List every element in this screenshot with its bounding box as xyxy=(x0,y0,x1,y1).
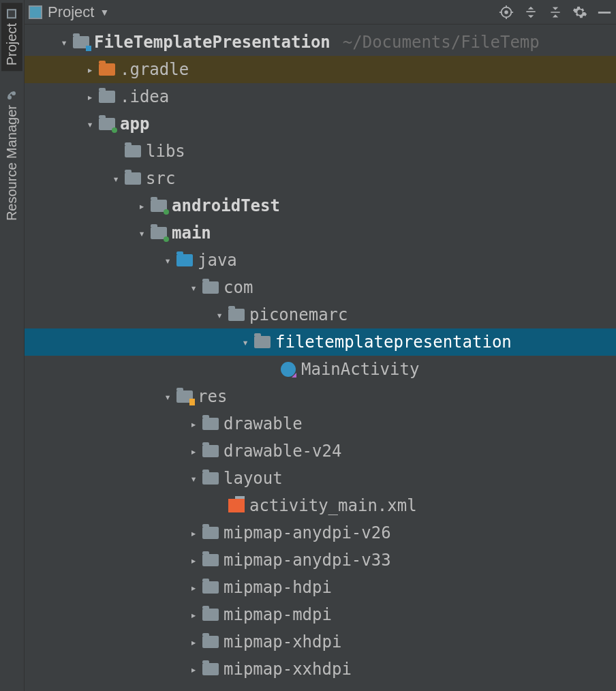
tree-item[interactable]: ▸mipmap-xxhdpi xyxy=(25,656,616,683)
tree-item-label: MainActivity xyxy=(301,360,419,379)
tree-item-label: res xyxy=(198,387,227,406)
chevron-right-icon[interactable]: ▸ xyxy=(185,527,202,540)
chevron-right-icon[interactable]: ▸ xyxy=(185,609,202,621)
tree-item[interactable]: ▾app xyxy=(25,110,616,138)
chevron-down-icon[interactable]: ▾ xyxy=(237,336,253,349)
tree-item[interactable]: ▸drawable xyxy=(25,410,616,437)
chevron-right-icon[interactable]: ▸ xyxy=(82,91,98,104)
chevron-down-icon[interactable]: ▾ xyxy=(185,472,202,485)
svg-point-6 xyxy=(505,11,508,14)
chevron-down-icon[interactable]: ▾ xyxy=(56,36,72,49)
tree-item[interactable]: ▸activity_main.xml xyxy=(25,492,616,519)
tree-item-label: mipmap-xxhdpi xyxy=(224,660,352,679)
tree-root-label: FileTemplatePresentation xyxy=(94,33,330,52)
tree-item[interactable]: ▾java xyxy=(25,247,616,274)
tree-root[interactable]: ▾ FileTemplatePresentation ~/Documents/F… xyxy=(25,29,616,56)
tree-item-label: main xyxy=(172,224,211,243)
tree-item-label: mipmap-anydpi-v33 xyxy=(224,551,391,570)
chevron-right-icon[interactable]: ▸ xyxy=(185,636,202,649)
folder-green-icon xyxy=(150,226,168,241)
folder-icon xyxy=(124,144,142,159)
chevron-down-icon[interactable]: ▾ xyxy=(185,281,202,294)
chevron-right-icon[interactable]: ▸ xyxy=(185,554,202,567)
project-view-icon xyxy=(29,5,42,19)
project-icon xyxy=(7,8,18,19)
tree-item-label: filetemplatepresentation xyxy=(275,333,512,352)
tree-item[interactable]: ▾res xyxy=(25,383,616,410)
chevron-right-icon[interactable]: ▸ xyxy=(185,418,202,431)
tree-item-label: com xyxy=(224,278,253,297)
tree-item-label: drawable xyxy=(224,414,303,433)
tree-item[interactable]: ▾src xyxy=(25,165,616,192)
chevron-right-icon[interactable]: ▸ xyxy=(185,581,202,594)
folder-icon xyxy=(124,171,142,186)
expand-all-icon[interactable] xyxy=(523,5,538,20)
pkg-icon xyxy=(228,307,245,322)
sidebar-tab-label: Resource Manager xyxy=(4,105,20,221)
tree-item-label: .idea xyxy=(120,87,169,106)
chevron-down-icon[interactable]: ▾ xyxy=(108,172,124,185)
project-tool-window: Project ▼ ▾ FileTemplatePresentation ~/D… xyxy=(25,0,616,691)
tree-item[interactable]: ▾filetemplatepresentation xyxy=(25,328,616,356)
folder-green-icon xyxy=(150,198,168,213)
chevron-down-icon[interactable]: ▾ xyxy=(211,309,228,322)
tree-item-label: mipmap-xhdpi xyxy=(224,632,341,651)
tree-item-label: src xyxy=(146,169,175,188)
tree-item[interactable]: ▸.gradle xyxy=(25,56,616,83)
dropdown-icon[interactable]: ▼ xyxy=(99,7,109,18)
tree-item[interactable]: ▸libs xyxy=(25,138,616,165)
folder-blue-icon xyxy=(176,253,194,268)
sidebar-tab-project[interactable]: Project xyxy=(1,3,22,71)
tree-item[interactable]: ▾piconemarc xyxy=(25,301,616,328)
tree-item[interactable]: ▸mipmap-xhdpi xyxy=(25,628,616,656)
chevron-right-icon[interactable]: ▸ xyxy=(185,663,202,676)
svg-rect-11 xyxy=(598,12,611,14)
tree-item[interactable]: ▸MainActivity xyxy=(25,356,616,383)
collapse-all-icon[interactable] xyxy=(548,5,563,20)
tree-item[interactable]: ▾com xyxy=(25,274,616,301)
tree-item[interactable]: ▸androidTest xyxy=(25,192,616,219)
chevron-right-icon[interactable]: ▸ xyxy=(134,200,150,213)
gear-icon[interactable] xyxy=(572,5,587,20)
xml-icon xyxy=(228,498,245,513)
locate-icon[interactable] xyxy=(499,5,514,20)
module-folder-icon xyxy=(72,35,90,50)
folder-icon xyxy=(202,607,219,622)
chevron-down-icon[interactable]: ▾ xyxy=(159,254,176,267)
chevron-down-icon[interactable]: ▾ xyxy=(82,118,98,131)
project-tree: ▾ FileTemplatePresentation ~/Documents/F… xyxy=(25,25,616,691)
tree-item[interactable]: ▾layout xyxy=(25,465,616,492)
tree-item[interactable]: ▸drawable-v24 xyxy=(25,437,616,465)
kotlin-icon xyxy=(279,362,297,377)
folder-green-icon xyxy=(98,117,116,132)
sidebar-tab-resource-manager[interactable]: Resource Manager xyxy=(1,85,22,226)
pkg-icon xyxy=(253,335,271,350)
tree-item[interactable]: ▸mipmap-hdpi xyxy=(25,574,616,601)
tree-item-label: androidTest xyxy=(172,196,280,215)
chevron-right-icon[interactable]: ▸ xyxy=(82,63,98,76)
tree-item-label: .gradle xyxy=(120,60,189,79)
svg-point-3 xyxy=(12,91,16,95)
folder-icon xyxy=(202,471,219,486)
folder-icon xyxy=(202,634,219,649)
tree-item[interactable]: ▸mipmap-anydpi-v33 xyxy=(25,547,616,574)
tool-sidebar: Project Resource Manager xyxy=(0,0,25,691)
tree-item-label: mipmap-hdpi xyxy=(224,578,332,597)
tree-item-label: layout xyxy=(224,469,283,488)
chevron-right-icon[interactable]: ▸ xyxy=(185,445,202,458)
pkg-icon xyxy=(202,280,219,295)
folder-icon xyxy=(202,580,219,595)
project-header: Project ▼ xyxy=(25,0,616,25)
tree-item[interactable]: ▸mipmap-mdpi xyxy=(25,601,616,628)
tree-item[interactable]: ▾main xyxy=(25,219,616,247)
hide-icon[interactable] xyxy=(597,5,612,20)
folder-res-icon xyxy=(176,389,194,404)
tree-item-label: mipmap-mdpi xyxy=(224,605,332,624)
tree-item[interactable]: ▸.idea xyxy=(25,83,616,110)
folder-icon xyxy=(202,662,219,677)
chevron-down-icon[interactable]: ▾ xyxy=(134,227,150,240)
chevron-down-icon[interactable]: ▾ xyxy=(159,390,176,403)
tree-item[interactable]: ▸mipmap-anydpi-v26 xyxy=(25,519,616,547)
svg-rect-1 xyxy=(9,10,16,17)
folder-icon xyxy=(202,525,219,540)
